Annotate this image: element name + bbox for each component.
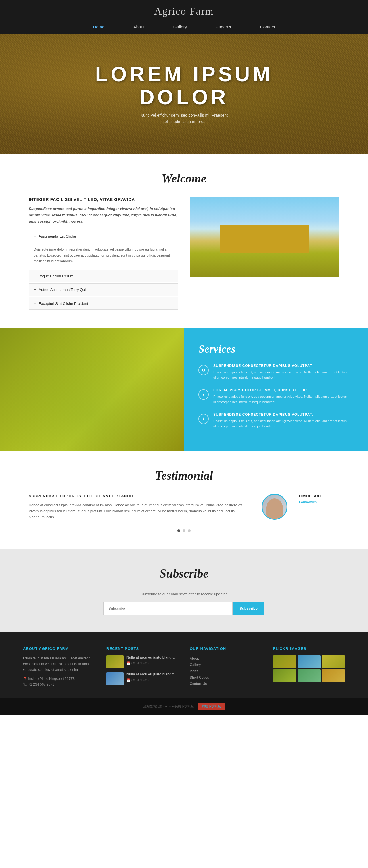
download-button[interactable]: 前往下载模板 [198,703,225,710]
nav-pages[interactable]: Pages ▾ [216,24,231,30]
nav-home[interactable]: Home [93,24,104,30]
hero-section: LOREM IPSUM DOLOR Nunc vel efficitur sem… [0,34,368,154]
recent-post-1: Nulla at arcu eu justo blandit. 📅 03 JAN… [106,655,178,668]
service-heading-2: LOREM IPSUM DOLOR SIT AMET, CONSECTETUR [213,388,353,392]
hero-subtitle: Nunc vel efficitur sem, sed convallis mi… [95,112,273,125]
services-image [0,328,184,451]
main-navigation: Home About Gallery Pages ▾ Contact [0,20,368,34]
author-link[interactable]: Fermentum [299,500,316,504]
dot-1[interactable] [177,529,180,532]
recent-post-info-2: Nulla at arcu eu justo blandit. 📅 03 JAN… [126,672,174,682]
footer-nav-list: About Gallery Icons Short Codes Contact … [190,655,262,687]
recent-post-date-2: 📅 03 JAN 2017 [126,678,150,682]
testimonial-heading: SUSPENDISSE LOBORTIS, ELIT SIT AMET BLAN… [29,494,250,498]
dot-2[interactable] [182,529,186,532]
service-icon-send: ✈ [198,414,209,424]
testimonial-dots [29,529,339,532]
site-name-suffix: Farm [186,5,214,17]
accordion-header-3[interactable]: + Autem Accusamus Terry Qui [29,284,178,296]
footer-nav-title: OUR NAVIGATION [190,647,262,651]
address-pin-icon: 📍 [23,677,27,681]
accordion-header-4[interactable]: + Excepturi Sint Cliche Proident [29,298,178,309]
welcome-section: Welcome INTEGER FACILISIS VELIT LEO, VIT… [0,154,368,328]
testimonial-section: Testimonial SUSPENDISSE LOBORTIS, ELIT S… [0,452,368,549]
nav-gallery[interactable]: Gallery [173,24,187,30]
footer-flickr-title: FLICKR IMAGES [273,647,345,651]
accordion-header-1[interactable]: – Assumenda Est Cliche [29,230,178,242]
testimonial-grid: SUSPENDISSE LOBORTIS, ELIT SIT AMET BLAN… [29,494,339,521]
phone-icon: 📞 [23,682,27,686]
footer-nav-shortcodes: Short Codes [190,674,262,681]
flickr-img-3[interactable] [322,655,345,668]
recent-post-link-2[interactable]: Nulla at arcu eu justo blandit. [126,672,174,676]
footer-flickr: FLICKR IMAGES [273,647,345,689]
service-item-3: ✈ SUSPENDISSE CONSECTETUR DAPIBUS VOLUTP… [198,412,353,429]
subscribe-button[interactable]: Subscribe [233,602,264,615]
footer-posts-title-accent: POSTS [125,647,139,651]
site-logo: Agrico Farm [0,5,368,17]
accordion-sign-1: – [34,234,36,239]
accordion-label-1: Assumenda Est Cliche [38,234,76,239]
service-body-2: Phasellus dapibus felis elit, sed accums… [213,394,353,405]
footer-bottom-text: 沿海数码兄弟xiao.com免费下载模板 [143,705,194,708]
footer-bottom: 沿海数码兄弟xiao.com免费下载模板 前往下载模板 [0,698,368,715]
testimonial-body: Donec at euismod turpis, gravida condime… [29,502,250,521]
footer-about-title-accent: AGRICO FARM [39,647,68,651]
site-footer: ABOUT AGRICO FARM Etiam feugiat malesuad… [0,632,368,698]
nav-about[interactable]: About [133,24,144,30]
accordion-item-1: – Assumenda Est Cliche Duis aute irure d… [29,230,178,268]
accordion-item-4: + Excepturi Sint Cliche Proident [29,297,178,310]
testimonial-author: DIVIDE RULE Fermentum [299,494,339,504]
footer-nav-icons: Icons [190,668,262,674]
services-title: Services [198,342,353,355]
subscribe-section: Subscribe Subscribe to our email newslet… [0,549,368,632]
services-content: Services ⚙ SUSPENDISSE CONSECTETUR DAPIB… [184,328,368,451]
dot-3[interactable] [188,529,191,532]
flickr-img-6[interactable] [322,670,345,682]
accordion-sign-3: + [34,287,36,292]
recent-post-image-2 [106,672,124,685]
service-icon-gear: ⚙ [198,365,209,375]
service-icon-heart: ♥ [198,389,209,400]
author-title: DIVIDE RULE [299,494,339,498]
recent-post-link-1[interactable]: Nulla at arcu eu justo blandit. [126,655,174,659]
welcome-right [190,197,339,277]
services-image-overlay [0,328,184,451]
services-section: Services ⚙ SUSPENDISSE CONSECTETUR DAPIB… [0,328,368,451]
service-item-2: ♥ LOREM IPSUM DOLOR SIT AMET, CONSECTETU… [198,388,353,405]
flickr-img-5[interactable] [298,670,321,682]
recent-post-2: Nulla at arcu eu justo blandit. 📅 03 JAN… [106,672,178,685]
footer-about-title: ABOUT AGRICO FARM [23,647,95,651]
flickr-img-2[interactable] [298,655,321,668]
accordion-sign-4: + [34,301,36,306]
accordion-header-2[interactable]: + Itaque Earum Rerum [29,270,178,282]
site-name-main: Agrico [154,5,187,17]
subscribe-description: Subscribe to our email newsletter to rec… [29,592,339,596]
accordion-label-2: Itaque Earum Rerum [38,274,73,278]
footer-nav-gallery: Gallery [190,662,262,668]
footer-recent-posts: RECENT POSTS Nulla at arcu eu justo blan… [106,647,178,689]
testimonial-left: SUSPENDISSE LOBORTIS, ELIT SIT AMET BLAN… [29,494,250,521]
subscribe-title: Subscribe [29,567,339,580]
flickr-img-1[interactable] [273,655,296,668]
nav-contact[interactable]: Contact [260,24,275,30]
welcome-grid: INTEGER FACILISIS VELIT LEO, VITAE GRAVI… [29,197,339,311]
subscribe-input[interactable] [104,602,233,615]
footer-posts-title: RECENT POSTS [106,647,178,651]
accordion-sign-2: + [34,273,36,278]
testimonial-title: Testimonial [29,469,339,483]
service-body-1: Phasellus dapibus felis elit, sed accums… [213,370,353,380]
flickr-img-4[interactable] [273,670,296,682]
footer-navigation: OUR NAVIGATION About Gallery Icons Short… [190,647,262,689]
footer-posts-title-static: RECENT [106,647,125,651]
service-body-3: Phasellus dapibus felis elit, sed accums… [213,418,353,429]
hero-title: LOREM IPSUM DOLOR [95,63,273,108]
footer-address: 📍 Inclore Place,Kingsport 56777. 📞 +1 23… [23,676,95,688]
service-content-2: LOREM IPSUM DOLOR SIT AMET, CONSECTETUR … [213,388,353,405]
accordion-item-3: + Autem Accusamus Terry Qui [29,283,178,296]
combine-body [220,225,309,253]
hero-frame: LOREM IPSUM DOLOR Nunc vel efficitur sem… [72,54,296,134]
footer-nav-title-accent: NAVIGATION [200,647,226,651]
subscribe-form: Subscribe [104,602,264,615]
accordion-body-1: Duis aute irure dolor in reprehenderit i… [29,242,178,268]
